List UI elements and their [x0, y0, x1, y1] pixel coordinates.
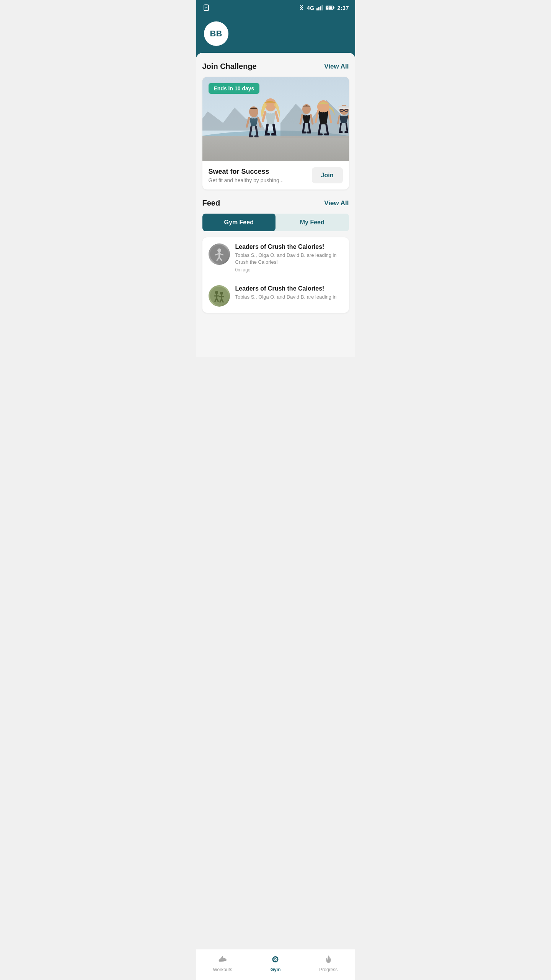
feed-item-description: Tobias S., Olga O. and David B. are lead… — [235, 294, 337, 301]
clock-time: 2:37 — [337, 5, 349, 11]
nav-item-workouts[interactable]: Workouts — [207, 953, 238, 972]
ends-badge: Ends in 10 days — [209, 83, 260, 94]
feed-title: Feed — [202, 199, 220, 207]
gym-label: Gym — [271, 967, 281, 972]
svg-rect-10 — [202, 136, 349, 161]
challenge-name: Sweat for Success — [209, 168, 284, 176]
challenge-text: Sweat for Success Get fit and healthy by… — [209, 168, 284, 183]
feed-item-time: 0m ago — [235, 267, 343, 273]
feed-avatar-icon — [210, 245, 228, 263]
bottom-navigation: Workouts Gym Progress — [196, 949, 355, 980]
battery-icon — [326, 5, 335, 10]
feed-item-description: Tobias S., Olga O. and David B. are lead… — [235, 252, 343, 266]
feed-item[interactable]: Leaders of Crush the Calories! Tobias S.… — [202, 279, 349, 313]
tab-my-feed[interactable]: My Feed — [276, 214, 349, 231]
tab-gym-feed[interactable]: Gym Feed — [202, 214, 276, 231]
challenge-card: Ends in 10 days Sweat for Success Get fi… — [202, 77, 349, 189]
progress-icon — [322, 953, 334, 965]
status-left — [202, 4, 210, 11]
challenge-image: Ends in 10 days — [202, 77, 349, 161]
svg-rect-4 — [322, 5, 323, 10]
join-challenge-view-all[interactable]: View All — [324, 63, 349, 70]
svg-rect-17 — [338, 106, 349, 108]
svg-rect-1 — [316, 8, 318, 10]
status-bar: 4G 2:37 — [196, 0, 355, 15]
svg-point-28 — [275, 959, 276, 960]
join-challenge-header: Join Challenge View All — [202, 62, 349, 71]
status-right: 4G 2:37 — [299, 4, 349, 11]
feed-item-content: Leaders of Crush the Calories! Tobias S.… — [235, 285, 337, 302]
progress-label: Progress — [319, 967, 337, 972]
nav-item-gym[interactable]: Gym — [260, 953, 291, 972]
challenge-info: Sweat for Success Get fit and healthy by… — [202, 161, 349, 189]
feed-item-content: Leaders of Crush the Calories! Tobias S.… — [235, 243, 343, 273]
feed-item-avatar — [209, 243, 230, 265]
feed-view-all[interactable]: View All — [324, 199, 349, 207]
bluetooth-icon — [299, 4, 304, 11]
signal-icon — [316, 5, 323, 11]
feed-section: Feed View All Gym Feed My Feed — [202, 199, 349, 313]
feed-header: Feed View All — [202, 199, 349, 207]
feed-item-avatar — [209, 285, 230, 307]
main-content: Join Challenge View All — [196, 53, 355, 357]
svg-point-23 — [210, 287, 228, 305]
network-indicator: 4G — [306, 5, 314, 11]
feed-avatar-icon-2 — [210, 287, 228, 305]
notification-icon — [202, 4, 210, 11]
avatar-initials: BB — [210, 29, 222, 39]
join-button[interactable]: Join — [312, 167, 343, 183]
svg-rect-2 — [318, 7, 320, 10]
svg-rect-6 — [334, 7, 335, 8]
svg-rect-3 — [320, 6, 321, 10]
workouts-label: Workouts — [213, 967, 232, 972]
nav-item-progress[interactable]: Progress — [313, 953, 344, 972]
feed-item-title: Leaders of Crush the Calories! — [235, 243, 343, 250]
join-challenge-title: Join Challenge — [202, 62, 257, 71]
avatar[interactable]: BB — [204, 21, 228, 46]
header: BB — [196, 15, 355, 57]
challenge-description: Get fit and healthy by pushing... — [209, 177, 284, 183]
feed-item[interactable]: Leaders of Crush the Calories! Tobias S.… — [202, 237, 349, 279]
feed-item-title: Leaders of Crush the Calories! — [235, 285, 337, 292]
gym-icon — [269, 953, 282, 965]
workouts-icon — [217, 953, 229, 965]
feed-tabs: Gym Feed My Feed — [202, 214, 349, 231]
feed-container: Leaders of Crush the Calories! Tobias S.… — [202, 237, 349, 313]
